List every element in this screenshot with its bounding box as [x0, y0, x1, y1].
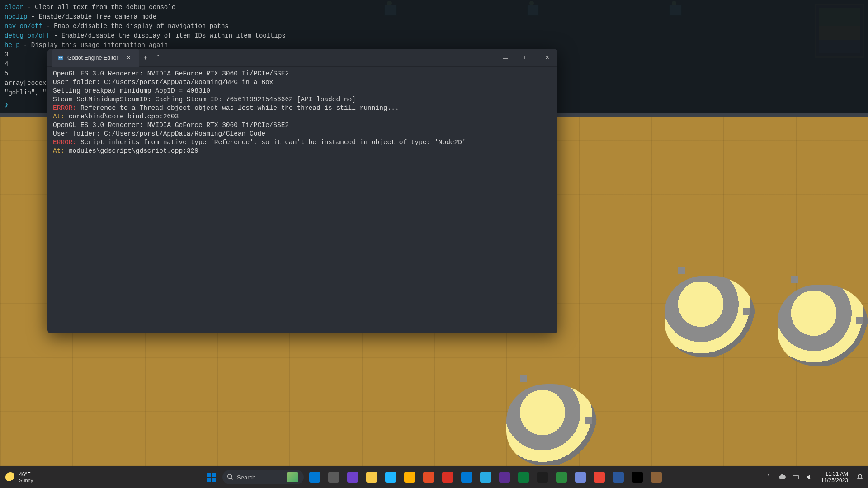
terminal-titlebar[interactable]: Godot Engine Editor ✕ ＋ ˅ ― ☐ ✕	[47, 49, 557, 67]
svg-point-1	[59, 57, 61, 58]
debug-help-line: debug on/off - Enable/disable the displa…	[5, 31, 863, 41]
terminal-line: OpenGL ES 3.0 Renderer: NVIDIA GeForce R…	[53, 70, 552, 78]
taskbar-app-icon[interactable]	[552, 468, 571, 486]
terminal-line: User folder: C:/Users/porst/AppData/Roam…	[53, 130, 552, 138]
search-icon	[227, 474, 233, 481]
debug-help-line: noclip - Enable/disable free camera mode	[5, 12, 863, 22]
tab-dropdown-button[interactable]: ˅	[152, 52, 165, 64]
terminal-line: OpenGL ES 3.0 Renderer: NVIDIA GeForce R…	[53, 121, 552, 130]
terminal-line: ERROR: Script inherits from native type …	[53, 138, 552, 147]
tab-title: Godot Engine Editor	[67, 55, 118, 61]
search-decoration-icon	[287, 472, 298, 482]
minimize-button[interactable]: ―	[495, 49, 516, 67]
tray-overflow-button[interactable]: ˄	[764, 473, 773, 482]
svg-rect-4	[212, 473, 216, 477]
taskbar-app-icon[interactable]	[458, 468, 476, 486]
maximize-button[interactable]: ☐	[516, 49, 537, 67]
terminal-body[interactable]: OpenGL ES 3.0 Renderer: NVIDIA GeForce R…	[47, 67, 557, 333]
taskbar-app-icon[interactable]	[533, 468, 552, 486]
new-tab-button[interactable]: ＋	[139, 52, 152, 64]
taskbar-app-icon[interactable]	[514, 468, 533, 486]
onedrive-icon[interactable]	[778, 473, 787, 482]
search-placeholder: Search	[237, 474, 255, 481]
taskbar-app-icon[interactable]	[628, 468, 646, 486]
svg-rect-3	[207, 473, 211, 477]
clock-date: 11/25/2023	[821, 477, 848, 483]
terminal-line: ERROR: Reference to a Thread object obje…	[53, 104, 552, 113]
svg-rect-5	[207, 478, 211, 482]
godot-icon	[57, 55, 64, 61]
volume-icon[interactable]	[805, 473, 814, 482]
terminal-tab[interactable]: Godot Engine Editor ✕	[52, 49, 139, 67]
terminal-line: Steam_SetMinidumpSteamID: Caching Steam …	[53, 95, 552, 104]
network-icon[interactable]	[791, 473, 800, 482]
taskbar-app-icon[interactable]	[363, 468, 381, 486]
window-controls: ― ☐ ✕	[495, 49, 557, 67]
start-button[interactable]	[203, 468, 221, 486]
taskbar-app-icon[interactable]	[439, 468, 457, 486]
taskbar-clock[interactable]: 11:31 AM 11/25/2023	[818, 471, 851, 483]
tab-close-button[interactable]: ✕	[124, 52, 134, 64]
svg-rect-0	[58, 56, 63, 60]
prompt-icon: ❯	[5, 101, 8, 108]
taskbar-center: Search	[203, 468, 665, 486]
svg-point-7	[228, 474, 232, 478]
taskbar-app-icon[interactable]	[609, 468, 627, 486]
terminal-cursor	[53, 156, 53, 163]
taskbar-app-icon[interactable]	[306, 468, 324, 486]
close-button[interactable]: ✕	[537, 49, 557, 67]
taskbar: 46°F Sunny Search ˄ 11:31 AM 11/25/	[0, 466, 868, 488]
terminal-line: Setting breakpad minidump AppID = 498310	[53, 87, 552, 95]
taskbar-app-icon[interactable]	[420, 468, 438, 486]
taskbar-app-icon[interactable]	[571, 468, 590, 486]
taskbar-app-icon[interactable]	[401, 468, 419, 486]
terminal-line: At: modules\gdscript\gdscript.cpp:329	[53, 147, 552, 155]
taskbar-app-icon[interactable]	[647, 468, 665, 486]
taskbar-app-icon[interactable]	[476, 468, 495, 486]
taskbar-app-icon[interactable]	[590, 468, 609, 486]
weather-temp: 46°F	[19, 471, 33, 478]
terminal-window: Godot Engine Editor ✕ ＋ ˅ ― ☐ ✕ OpenGL E…	[47, 49, 557, 333]
debug-help-line: nav on/off - Enable/disable the display …	[5, 22, 863, 31]
terminal-line: At: core\bind\core_bind.cpp:2603	[53, 113, 552, 121]
system-tray: ˄ 11:31 AM 11/25/2023	[764, 471, 868, 483]
taskbar-app-icon[interactable]	[325, 468, 343, 486]
notifications-button[interactable]	[855, 473, 864, 482]
svg-point-2	[61, 57, 62, 58]
clock-time: 11:31 AM	[821, 471, 848, 477]
taskbar-app-icon[interactable]	[495, 468, 514, 486]
svg-rect-6	[212, 478, 216, 482]
weather-condition: Sunny	[19, 478, 33, 483]
sun-icon	[5, 472, 15, 482]
svg-rect-9	[793, 475, 798, 479]
svg-line-8	[231, 478, 233, 479]
taskbar-app-icon[interactable]	[382, 468, 400, 486]
debug-help-line: clear - Clear all text from the debug co…	[5, 3, 863, 12]
weather-widget[interactable]: 46°F Sunny	[0, 471, 38, 483]
terminal-line: User folder: C:/Users/porst/AppData/Roam…	[53, 78, 552, 87]
taskbar-search[interactable]: Search	[222, 470, 304, 484]
taskbar-app-icon[interactable]	[344, 468, 362, 486]
